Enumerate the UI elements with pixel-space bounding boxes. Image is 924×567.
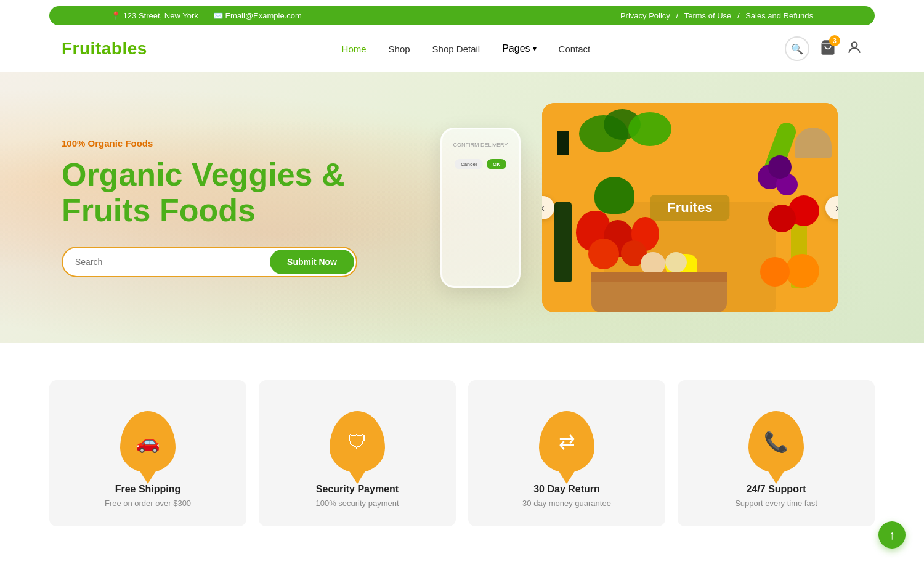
top-bar: 📍 123 Street, New York ✉️ Email@Example.… [49, 6, 875, 25]
cart-icon[interactable]: 3 [819, 39, 837, 59]
user-icon[interactable] [846, 39, 862, 58]
phone-mockup: CONFIRM DELIVERY Cancel OK [440, 128, 521, 288]
feature-desc-0: Free on order over $300 [105, 499, 191, 508]
top-bar-right: Privacy Policy / Terms of Use / Sales an… [620, 11, 813, 20]
carousel-label: Fruites [650, 195, 729, 221]
location-icon: 📍 [111, 11, 121, 20]
header: Fruitables Home Shop Shop Detail Pages C… [0, 25, 924, 72]
chevron-left-icon: ‹ [542, 202, 545, 214]
pin-shape-3: 📞 [748, 411, 804, 473]
hero-search-input[interactable] [63, 248, 268, 276]
nav-pages[interactable]: Pages [502, 43, 536, 54]
hero-content: 100% Organic Foods Organic Veggies & Fru… [0, 101, 419, 314]
top-bar-left: 📍 123 Street, New York ✉️ Email@Example.… [111, 11, 302, 20]
hero-subtitle: 100% Organic Foods [62, 138, 357, 149]
feature-title-1: Security Payment [316, 484, 399, 495]
address: 📍 123 Street, New York [111, 11, 198, 20]
nav-shop-detail[interactable]: Shop Detail [432, 44, 480, 54]
phone-cancel-btn: Cancel [455, 159, 483, 169]
nav-home[interactable]: Home [342, 44, 367, 54]
nav-contact[interactable]: Contact [559, 44, 591, 54]
feature-title-3: 24/7 Support [747, 484, 806, 495]
feature-desc-2: 30 day money guarantee [522, 499, 611, 508]
feature-icon-wrap-3: 📞 [745, 405, 807, 473]
terms-link[interactable]: Terms of Use [684, 11, 732, 20]
main-nav: Home Shop Shop Detail Pages Contact [342, 43, 591, 54]
hero-search-button[interactable]: Submit Now [270, 250, 354, 274]
phone-icon: 📞 [764, 430, 788, 454]
feature-card-1: 🛡 Security Payment 100% security payment [259, 380, 456, 526]
nav-shop[interactable]: Shop [389, 44, 410, 54]
hero-carousel: Fruites ‹ › [542, 103, 838, 312]
privacy-link[interactable]: Privacy Policy [620, 11, 670, 20]
pin-shape-1: 🛡 [330, 411, 385, 473]
email-icon: ✉️ [213, 11, 223, 20]
hero-search-form: Submit Now [62, 247, 357, 277]
header-icons: 🔍 3 [785, 36, 862, 61]
search-icon: 🔍 [791, 43, 803, 55]
cart-badge: 3 [829, 35, 840, 46]
phone-ok-btn: OK [487, 159, 506, 169]
feature-card-3: 📞 24/7 Support Support every time fast [678, 380, 875, 526]
svg-point-1 [852, 42, 857, 47]
email: ✉️ Email@Example.com [213, 11, 302, 20]
hero-title: Organic Veggies & Fruits Foods [62, 157, 357, 227]
scroll-top-button[interactable]: ↑ [878, 521, 906, 545]
feature-icon-wrap-2: ⇄ [536, 405, 598, 473]
user-avatar-icon [846, 39, 862, 55]
chevron-right-icon: › [835, 202, 838, 214]
arrow-up-icon: ↑ [889, 528, 895, 542]
return-icon: ⇄ [559, 430, 575, 454]
feature-desc-1: 100% security payment [315, 499, 399, 508]
pin-shape-2: ⇄ [539, 411, 594, 473]
shield-icon: 🛡 [347, 431, 367, 454]
phone-screen-text: CONFIRM DELIVERY [453, 142, 508, 148]
car-icon: 🚗 [136, 430, 160, 454]
feature-title-2: 30 Day Return [533, 484, 600, 495]
feature-desc-3: Support every time fast [735, 499, 817, 508]
phone-buttons: Cancel OK [455, 159, 506, 169]
feature-card-0: 🚗 Free Shipping Free on order over $300 [49, 380, 246, 526]
logo: Fruitables [62, 39, 147, 59]
feature-title-0: Free Shipping [115, 484, 181, 495]
feature-icon-wrap-0: 🚗 [117, 405, 179, 473]
phone-mockup-area: CONFIRM DELIVERY Cancel OK [419, 128, 542, 288]
feature-icon-wrap-1: 🛡 [326, 405, 388, 473]
feature-card-2: ⇄ 30 Day Return 30 day money guarantee [468, 380, 665, 526]
pin-shape-0: 🚗 [120, 411, 176, 473]
search-button[interactable]: 🔍 [785, 36, 809, 61]
hero-section: 100% Organic Foods Organic Veggies & Fru… [0, 72, 924, 343]
sales-link[interactable]: Sales and Refunds [745, 11, 813, 20]
features-section: 🚗 Free Shipping Free on order over $300 … [0, 343, 924, 545]
